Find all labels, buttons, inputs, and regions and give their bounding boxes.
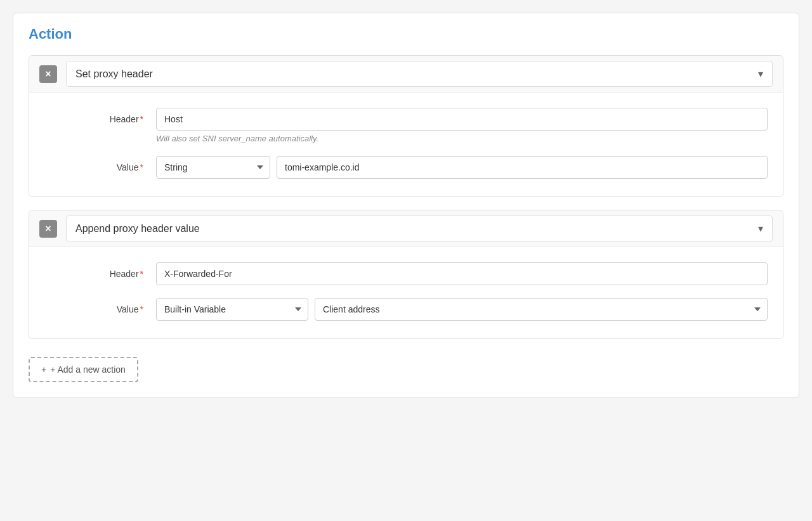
plus-icon: + [41, 364, 46, 375]
action-2-header-input[interactable] [156, 262, 768, 285]
action-2-value-label: Value* [93, 298, 156, 314]
chevron-down-icon: ▾ [758, 222, 763, 235]
add-action-button[interactable]: + + Add a new action [29, 357, 138, 382]
action-1-header-field-wrapper: Will also set SNI server_name automatica… [156, 108, 768, 143]
action-card-2: × Append proxy header value ▾ Header* Va… [29, 210, 783, 339]
action-1-header-hint: Will also set SNI server_name automatica… [156, 134, 768, 143]
required-indicator: * [140, 304, 143, 314]
action-2-title: Append proxy header value [75, 223, 200, 235]
action-2-client-select[interactable]: Client address Server address Request UR… [315, 298, 768, 321]
page-title: Action [29, 26, 783, 42]
action-card-1: × Set proxy header ▾ Header* Will also s… [29, 55, 783, 197]
action-1-value-type-select[interactable]: String Variable Expression [156, 156, 270, 179]
action-2-header-row: Header* [93, 262, 768, 285]
action-card-2-body: Header* Value* Built-in Variable String [29, 247, 783, 338]
action-1-title-box[interactable]: Set proxy header ▾ [66, 61, 773, 87]
main-container: Action × Set proxy header ▾ Header* Will… [13, 13, 799, 398]
action-card-1-body: Header* Will also set SNI server_name au… [29, 93, 783, 196]
required-indicator: * [140, 114, 143, 124]
add-action-label: + Add a new action [50, 364, 126, 375]
action-2-close-button[interactable]: × [39, 220, 57, 238]
action-1-value-input[interactable] [277, 156, 768, 179]
required-indicator: * [140, 269, 143, 279]
action-2-value-field-wrapper: Built-in Variable String Variable Expres… [156, 298, 768, 321]
action-2-value-row: Value* Built-in Variable String Variable… [93, 298, 768, 321]
chevron-down-icon: ▾ [758, 68, 763, 80]
action-2-value-type-select[interactable]: Built-in Variable String Variable Expres… [156, 298, 308, 321]
action-card-1-header: × Set proxy header ▾ [29, 56, 783, 93]
action-1-value-inline: String Variable Expression [156, 156, 768, 179]
action-1-value-label: Value* [93, 156, 156, 172]
action-2-header-label: Header* [93, 262, 156, 279]
close-icon: × [45, 223, 51, 235]
action-1-value-field-wrapper: String Variable Expression [156, 156, 768, 179]
action-1-header-row: Header* Will also set SNI server_name au… [93, 108, 768, 143]
action-2-value-inline: Built-in Variable String Variable Expres… [156, 298, 768, 321]
action-1-close-button[interactable]: × [39, 65, 57, 83]
action-1-value-row: Value* String Variable Expression [93, 156, 768, 179]
action-1-title: Set proxy header [75, 68, 153, 80]
close-icon: × [45, 68, 51, 80]
action-1-header-label: Header* [93, 108, 156, 124]
required-indicator: * [140, 162, 143, 172]
action-2-title-box[interactable]: Append proxy header value ▾ [66, 215, 773, 241]
action-1-header-input[interactable] [156, 108, 768, 131]
action-2-header-field-wrapper [156, 262, 768, 285]
action-card-2-header: × Append proxy header value ▾ [29, 210, 783, 247]
